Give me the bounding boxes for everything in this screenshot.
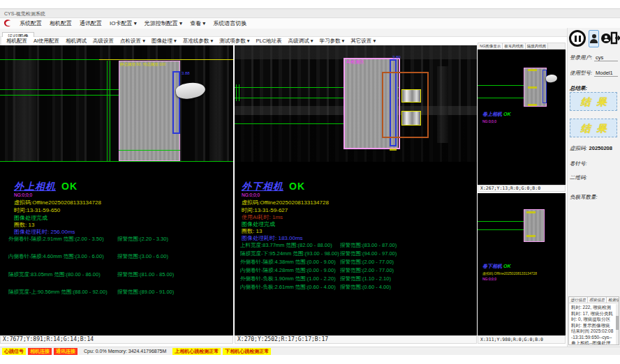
model-label: 使用型号: [570,70,592,76]
menu-comm-config[interactable]: 通讯配置 [80,20,102,27]
login-user-row: 登录用户:cys [570,54,618,61]
menu-view[interactable]: 查看 ▾ [190,20,205,27]
left-camera-panel: 静态阈值:93, 动态阈值:100 3.88 外上相机 OK NG:0;0;0 … [0,45,233,335]
pause-icon [575,36,577,42]
measurement-value: 内侧卷针-负极:2.61mm 范围:(0.60 - 4.00) [240,284,336,290]
menu-io-config[interactable]: IO卡配置 ▾ [110,20,137,27]
tiny-annotation-mark [390,149,397,151]
electrode-tab-detect-1 [401,89,421,103]
tab-tab-innerline[interactable]: 极耳内线图 [503,43,526,49]
tab-detect-info[interactable]: 检测信息 [607,297,619,303]
camera-name: 卷上相机 [482,112,502,116]
virtual-code-line: 虚拟码:Offline20250208133134728 [242,199,329,206]
login-user-label: 登录用户: [570,54,592,61]
camera-ok-status: OK [503,264,511,268]
app-window: CYS-视觉检测系统 系统配置 相机配置 通讯配置 IO卡配置 ▾ 光源控制配置… [0,0,620,364]
tab-defect-info[interactable]: 瑕疵信息 [588,297,607,303]
lower-camera-heartbeat-badge: 下相机心跳检测正常 [223,348,271,355]
lower-roll-camera-view[interactable]: 卷下相机 OK 虚拟码:Offline20250208133134728 NG:… [478,193,566,335]
tab-run-info[interactable]: 运行信息 [569,297,588,303]
menu-light-config[interactable]: 光源控制配置 ▾ [145,20,182,27]
center-camera-panel: AI检测区 3.80 外下相机 OK NG:0;0;0 虚拟码:Offline2… [235,45,477,335]
virtual-code-line: 虚拟码:Offline20250208133134728 [14,199,101,206]
app-statusbar: 心跳信号 相机连接 通讯连接 Cpu: 0.0% Memory: 3424.41… [0,347,620,355]
tab-film-innerline[interactable]: 隔膜内线图 [526,43,549,49]
baseline-green [0,95,119,96]
baseline-green [0,161,233,162]
machine-column [437,66,448,143]
upper-roll-camera-view[interactable]: 卷上相机 OK NG:0;0;0 [478,50,566,185]
electrode-tab-detect-2 [401,111,421,126]
measurement-value: 隔膜宽度-下:95.24mm 范围:(93.00 - 98.00) [240,250,339,257]
toolbar-camera-debug[interactable]: 相机调试 [66,38,87,45]
toolbar-baseline-params[interactable]: 基准线参数 ▾ [183,38,213,45]
roll-pin-label: 卷针号: [570,160,587,167]
tab-count-label: 负极耳数量: [570,194,598,200]
ng-count-line: NG:0;0;0 [482,277,496,281]
baseline-green [0,89,119,90]
center-camera-statusbar: X:270;Y:2502;R:17;G:17;B:17 [235,335,477,344]
baseline-green [478,85,524,86]
alarm-range: 报警范围:(0.60 - 4.00) [340,284,391,291]
pause-button[interactable] [569,30,586,47]
document-tab-bar: 运行图像 [0,29,620,37]
measurement-value: 内侧卷针-隔膜:4.28mm 范围:(0.00 - 9.00) [240,267,336,273]
app-logo-icon [3,19,12,28]
measurement-value: 内侧卷针-隔膜:4.60mm 范围:(3.00 - 6.00) [8,253,104,259]
time-line: 时间:13-31-59-650 [14,206,60,214]
blue-roi-value: 3.88 [182,71,190,75]
toolbar-advanced-settings[interactable]: 高级设置 [93,38,114,45]
alarm-range: 报警范围:(2.00 - 77.00) [340,259,394,266]
toolbar-advanced-debug[interactable]: 高级调试 ▾ [288,38,313,45]
center-camera-image[interactable]: AI检测区 3.80 [235,45,477,162]
camera-name-label: 卷上相机 OK [482,111,510,118]
toolbar-learning-params[interactable]: 学习参数 ▾ [319,38,344,45]
left-camera-statusbar: X:7677;Y:891;R:14;G:14;B:14 [0,335,233,344]
measurement-row: 外侧卷针-负极:1.90mm 范围:(1.00 - 2.20) 报警范围:(1.… [240,275,474,282]
virtual-code-label: 虚拟码: [570,145,587,151]
title-bar: CYS-视觉检测系统 [0,8,620,18]
total-result-label: 总结果: [570,85,587,92]
menu-camera-config[interactable]: 相机配置 [50,20,72,27]
camera-ok-status: OK [289,181,305,192]
left-camera-image[interactable]: 静态阈值:93, 动态阈值:100 3.88 [0,45,233,162]
menu-system-config[interactable]: 系统配置 [20,20,42,27]
camera-name: 卷下相机 [482,264,502,268]
alarm-range: 报警范围:(83.00 - 87.00) [340,242,397,249]
measurement-row: 上料宽度:83.77mm 范围:(82.00 - 88.00) 报警范围:(83… [240,242,474,249]
menu-language-switch[interactable]: 系统语言切换 [213,20,246,27]
lower-view-statusbar: X:311;Y:980;R:0;G:0;B:0 [478,335,566,344]
tiny-annotation-mark [526,211,536,213]
toolbar-other-settings[interactable]: 其它设置 ▾ [350,38,376,45]
measurement-value: 外侧卷针-隔膜:4.38mm 范围:(0.00 - 9.00) [240,259,336,265]
roll-pin-row: 卷针号: [570,160,587,167]
toolbar-ai-config[interactable]: AI使用配置 [34,38,59,45]
measurement-row: 外侧卷针-隔膜:2.91mm 范围:(2.00 - 3.50) 报警范围:(2.… [8,236,232,243]
tab-ng-image[interactable]: NG图像显示 [478,43,503,49]
camera-ok-status: OK [503,112,511,116]
result-display-2: 结果 [570,119,617,137]
tiny-annotation-mark [528,104,537,106]
scrollbar-thumb[interactable] [616,316,619,330]
baseline-green [119,150,180,151]
measurement-value: 隔膜宽度-上:90.56mm 范围:(88.00 - 92.00) [8,289,108,295]
toolbar-plc-address[interactable]: PLC地址表 [256,38,282,45]
user-login-button[interactable] [589,30,599,47]
tiny-annotation-mark [526,235,536,237]
toolbar-spotcheck-settings[interactable]: 点检设置 ▾ [120,38,145,45]
elapsed-time-line: 图像处理耗时: 183.00ms [242,234,303,242]
virtual-code-value: 20250208 [589,145,612,151]
measurement-value: 上料宽度:83.77mm 范围:(82.00 - 88.00) [240,242,332,248]
info-scrollbar[interactable] [616,304,619,344]
edge-line-green [110,61,110,161]
measurement-value: 外侧卷针-隔膜:2.91mm 范围:(2.00 - 3.50) [8,236,104,242]
toolbar-camera-config[interactable]: 相机配置 [6,38,27,45]
baseline-green [478,229,524,230]
exit-button[interactable] [610,31,620,45]
measurement-value: 外侧卷针-负极:1.90mm 范围:(1.00 - 2.20) [240,275,336,282]
ng-count-line: NG:0;0;0 [242,192,260,197]
machine-column [209,45,223,162]
toolbar-image-processing[interactable]: 图像处理 ▾ [152,38,177,45]
toolbar-test-params[interactable]: 测试项参数 ▾ [219,38,249,45]
user-icon [592,34,596,38]
